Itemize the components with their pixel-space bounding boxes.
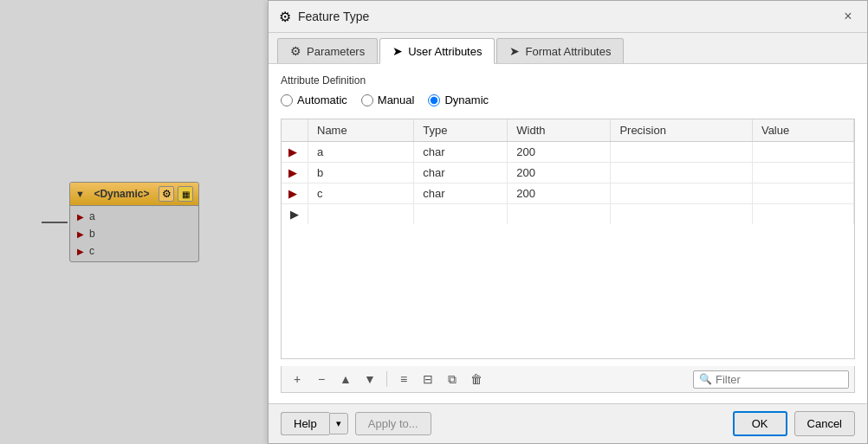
user-attributes-tab-label: User Attributes bbox=[408, 45, 482, 58]
radio-dynamic-input[interactable] bbox=[428, 94, 440, 106]
node-row-arrow: ▶ bbox=[77, 247, 84, 256]
dialog-titlebar: ⚙ Feature Type × bbox=[269, 1, 867, 33]
radio-manual-label: Manual bbox=[378, 93, 415, 106]
split-button[interactable]: ⊟ bbox=[418, 370, 438, 389]
dialog-footer: Help ▾ Apply to... OK Cancel bbox=[269, 403, 867, 443]
col-header-indicator bbox=[282, 119, 308, 142]
row-type[interactable]: char bbox=[414, 183, 508, 204]
help-button[interactable]: Help bbox=[281, 412, 329, 435]
align-button[interactable]: ≡ bbox=[393, 370, 414, 389]
col-header-precision: Precision bbox=[611, 119, 753, 142]
node-header[interactable]: ▼ <Dynamic> ⚙ ▦ bbox=[70, 183, 198, 206]
empty-row-type[interactable] bbox=[414, 204, 508, 225]
move-up-button[interactable]: ▲ bbox=[335, 370, 356, 389]
radio-automatic-label: Automatic bbox=[297, 93, 347, 106]
radio-automatic-input[interactable] bbox=[281, 94, 293, 106]
row-width[interactable]: 200 bbox=[508, 183, 611, 204]
row-name[interactable]: b bbox=[308, 163, 414, 183]
node-row-label-c: c bbox=[89, 245, 94, 257]
col-header-type: Type bbox=[414, 119, 508, 142]
node-title: <Dynamic> bbox=[88, 188, 155, 200]
parameters-tab-icon: ⚙ bbox=[290, 44, 301, 58]
node-row-arrow: ▶ bbox=[77, 212, 84, 222]
attribute-table[interactable]: Name Type Width Precision Value ▶ a char… bbox=[281, 119, 855, 359]
node-container: ▼ <Dynamic> ⚙ ▦ ▶ a ▶ b ▶ c bbox=[69, 182, 199, 262]
row-width[interactable]: 200 bbox=[508, 163, 611, 183]
row-value[interactable] bbox=[752, 142, 853, 163]
empty-row-width[interactable] bbox=[508, 204, 611, 225]
col-header-value: Value bbox=[752, 119, 853, 142]
move-down-button[interactable]: ▼ bbox=[360, 370, 380, 389]
help-dropdown-arrow[interactable]: ▾ bbox=[329, 413, 348, 434]
node-rows: ▶ a ▶ b ▶ c bbox=[70, 206, 198, 261]
format-attributes-tab-label: Format Attributes bbox=[525, 45, 611, 58]
remove-row-button[interactable]: − bbox=[311, 370, 332, 389]
radio-automatic[interactable]: Automatic bbox=[281, 93, 347, 106]
row-indicator: ▶ bbox=[282, 163, 308, 183]
cancel-button[interactable]: Cancel bbox=[794, 411, 855, 436]
row-value[interactable] bbox=[752, 163, 853, 183]
ok-button[interactable]: OK bbox=[733, 411, 787, 436]
apply-button[interactable]: Apply to... bbox=[355, 412, 431, 435]
dialog-title: Feature Type bbox=[298, 10, 832, 23]
filter-icon: 🔍 bbox=[699, 373, 712, 385]
row-width[interactable]: 200 bbox=[508, 142, 611, 163]
delete-button[interactable]: 🗑 bbox=[466, 370, 487, 389]
node-row-a: ▶ a bbox=[70, 208, 198, 225]
row-precision[interactable] bbox=[611, 183, 753, 204]
row-type[interactable]: char bbox=[414, 142, 508, 163]
col-header-name: Name bbox=[308, 119, 414, 142]
row-type[interactable]: char bbox=[414, 163, 508, 183]
node-row-label-a: a bbox=[89, 210, 95, 222]
node-table-icon[interactable]: ▦ bbox=[178, 186, 193, 202]
empty-row-precision[interactable] bbox=[611, 204, 753, 225]
toolbar-separator-1 bbox=[386, 371, 387, 387]
row-value[interactable] bbox=[752, 183, 853, 204]
node-row-b: ▶ b bbox=[70, 225, 198, 242]
radio-manual[interactable]: Manual bbox=[361, 93, 415, 106]
radio-dynamic[interactable]: Dynamic bbox=[428, 93, 489, 106]
radio-manual-input[interactable] bbox=[361, 94, 373, 106]
dialog-close-button[interactable]: × bbox=[839, 8, 857, 25]
table-row[interactable]: ▶ c char 200 bbox=[282, 183, 854, 204]
row-indicator: ▶ bbox=[282, 142, 308, 163]
node-row-c: ▶ c bbox=[70, 242, 198, 260]
radio-dynamic-label: Dynamic bbox=[444, 93, 489, 106]
parameters-tab-label: Parameters bbox=[307, 45, 365, 58]
dialog-tabs: ⚙ Parameters ➤ User Attributes ➤ Format … bbox=[269, 33, 867, 64]
node-row-label-b: b bbox=[89, 228, 95, 240]
attribute-definition-radios: Automatic Manual Dynamic bbox=[281, 93, 855, 106]
section-label: Attribute Definition bbox=[281, 74, 855, 87]
filter-input[interactable] bbox=[716, 373, 843, 386]
row-name[interactable]: c bbox=[308, 183, 414, 204]
canvas-area: ▼ <Dynamic> ⚙ ▦ ▶ a ▶ b ▶ c bbox=[0, 0, 269, 444]
table-row[interactable]: ▶ a char 200 bbox=[282, 142, 854, 163]
filter-box: 🔍 bbox=[693, 370, 849, 389]
dialog-title-icon: ⚙ bbox=[279, 9, 291, 25]
node-connection-line bbox=[42, 222, 68, 223]
feature-type-node[interactable]: ▼ <Dynamic> ⚙ ▦ ▶ a ▶ b ▶ c bbox=[69, 182, 199, 262]
tab-parameters[interactable]: ⚙ Parameters bbox=[277, 38, 378, 63]
attribute-table-wrapper: Name Type Width Precision Value ▶ a char… bbox=[281, 119, 855, 393]
table-row[interactable]: ▶ b char 200 bbox=[282, 163, 854, 183]
row-name[interactable]: a bbox=[308, 142, 414, 163]
empty-row-name[interactable] bbox=[308, 204, 414, 225]
copy-button[interactable]: ⧉ bbox=[442, 370, 463, 389]
node-gear-icon[interactable]: ⚙ bbox=[159, 186, 174, 202]
empty-row-value[interactable] bbox=[752, 204, 853, 225]
add-row-button[interactable]: + bbox=[287, 370, 308, 389]
node-collapse-arrow[interactable]: ▼ bbox=[75, 189, 85, 199]
node-row-arrow: ▶ bbox=[77, 229, 84, 239]
user-attributes-tab-icon: ➤ bbox=[392, 44, 403, 58]
col-header-width: Width bbox=[508, 119, 611, 142]
row-precision[interactable] bbox=[611, 163, 753, 183]
empty-row-indicator: ▶ bbox=[282, 204, 308, 225]
row-precision[interactable] bbox=[611, 142, 753, 163]
table-toolbar: + − ▲ ▼ ≡ ⊟ ⧉ 🗑 🔍 bbox=[281, 366, 855, 393]
table-empty-row[interactable]: ▶ bbox=[282, 204, 854, 225]
feature-type-dialog: ⚙ Feature Type × ⚙ Parameters ➤ User Att… bbox=[268, 0, 868, 444]
tab-user-attributes[interactable]: ➤ User Attributes bbox=[379, 38, 495, 64]
footer-left: Help ▾ bbox=[281, 412, 348, 435]
footer-right: OK Cancel bbox=[733, 411, 855, 436]
tab-format-attributes[interactable]: ➤ Format Attributes bbox=[496, 38, 624, 63]
